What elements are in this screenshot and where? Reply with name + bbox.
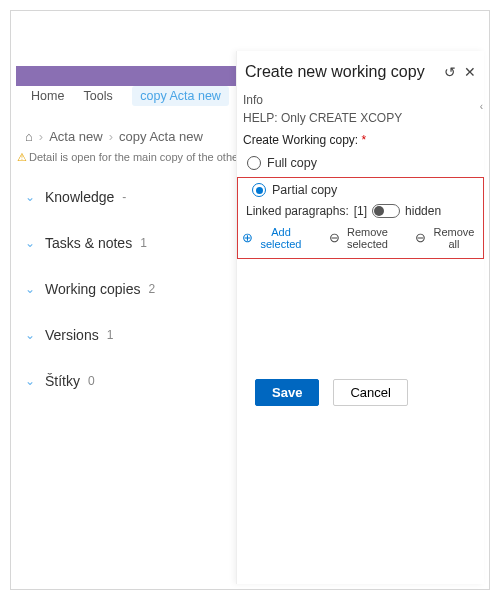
panel-title: Create new working copy	[245, 63, 444, 81]
radio-full-copy[interactable]	[247, 156, 261, 170]
chevron-down-icon: ⌄	[25, 236, 39, 250]
help-text: HELP: Only CREATE XCOPY	[243, 109, 478, 127]
create-working-copy-panel: ‹ Create new working copy ↺ ✕ Info HELP:…	[236, 51, 484, 584]
add-selected-label: Add selected	[256, 226, 306, 250]
partial-copy-highlight: Partial copy Linked paragraphs: [1] hidd…	[237, 177, 484, 259]
tab-copy-acta-new[interactable]: copy Acta new	[132, 86, 229, 106]
chevron-down-icon: ⌄	[25, 190, 39, 204]
tab-bar: Home Tools copy Acta new	[31, 89, 245, 103]
section-count: 2	[148, 282, 155, 296]
required-asterisk: *	[362, 133, 367, 147]
section-list: ⌄ Knowledge - ⌄ Tasks & notes 1 ⌄ Workin…	[21, 181, 221, 397]
breadcrumb-sep: ›	[109, 129, 113, 144]
section-label: Knowledge	[45, 189, 114, 205]
remove-selected-icon: ⊖	[329, 231, 340, 245]
linked-paragraphs-count: [1]	[354, 204, 367, 218]
hidden-toggle[interactable]	[372, 204, 400, 218]
radio-partial-copy-label: Partial copy	[272, 183, 337, 197]
detail-open-note: ⚠Detail is open for the main copy of the…	[17, 151, 238, 164]
create-working-copy-label: Create Working copy:	[243, 133, 358, 147]
add-selected-button[interactable]: ⊕ Add selected	[242, 226, 306, 250]
section-label: Versions	[45, 327, 99, 343]
chevron-down-icon: ⌄	[25, 374, 39, 388]
section-count: -	[122, 190, 126, 204]
add-selected-icon: ⊕	[242, 231, 253, 245]
remove-all-button[interactable]: ⊖ Remove all	[415, 226, 479, 250]
remove-all-label: Remove all	[429, 226, 479, 250]
hidden-toggle-label: hidden	[405, 204, 441, 218]
section-versions[interactable]: ⌄ Versions 1	[21, 319, 221, 351]
remove-selected-button[interactable]: ⊖ Remove selected	[329, 226, 393, 250]
section-stitky[interactable]: ⌄ Štítky 0	[21, 365, 221, 397]
history-icon[interactable]: ↺	[444, 64, 456, 80]
section-count: 1	[107, 328, 114, 342]
radio-full-copy-label: Full copy	[267, 156, 317, 170]
warning-icon: ⚠	[17, 151, 27, 163]
chevron-down-icon: ⌄	[25, 328, 39, 342]
close-icon[interactable]: ✕	[464, 64, 476, 80]
section-tasks-notes[interactable]: ⌄ Tasks & notes 1	[21, 227, 221, 259]
section-count: 1	[140, 236, 147, 250]
radio-partial-copy[interactable]	[252, 183, 266, 197]
section-label: Tasks & notes	[45, 235, 132, 251]
section-count: 0	[88, 374, 95, 388]
section-label: Working copies	[45, 281, 140, 297]
section-label: Štítky	[45, 373, 80, 389]
detail-note-text: Detail is open for the main copy of the …	[29, 151, 238, 163]
remove-selected-label: Remove selected	[343, 226, 393, 250]
breadcrumb-sep: ›	[39, 129, 43, 144]
section-knowledge[interactable]: ⌄ Knowledge -	[21, 181, 221, 213]
tab-home[interactable]: Home	[31, 89, 64, 103]
breadcrumb: ⌂ › Acta new › copy Acta new	[25, 129, 203, 144]
cancel-button[interactable]: Cancel	[333, 379, 407, 406]
chevron-down-icon: ⌄	[25, 282, 39, 296]
home-icon[interactable]: ⌂	[25, 129, 33, 144]
collapse-chevron-icon[interactable]: ‹	[480, 101, 483, 112]
linked-paragraphs-label: Linked paragraphs:	[246, 204, 349, 218]
app-accent-bar	[16, 66, 236, 86]
info-label: Info	[243, 91, 478, 109]
breadcrumb-seg-1[interactable]: Acta new	[49, 129, 102, 144]
save-button[interactable]: Save	[255, 379, 319, 406]
remove-all-icon: ⊖	[415, 231, 426, 245]
breadcrumb-seg-2[interactable]: copy Acta new	[119, 129, 203, 144]
section-working-copies[interactable]: ⌄ Working copies 2	[21, 273, 221, 305]
tab-tools[interactable]: Tools	[84, 89, 113, 103]
